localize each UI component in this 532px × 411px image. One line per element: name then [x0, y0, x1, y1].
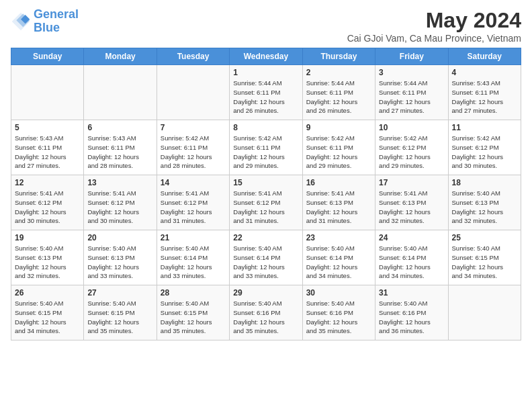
title-block: May 2024 Cai GJoi Vam, Ca Mau Province, …	[347, 8, 521, 44]
calendar-cell: 3Sunrise: 5:44 AM Sunset: 6:11 PM Daylig…	[375, 65, 448, 120]
header: General Blue May 2024 Cai GJoi Vam, Ca M…	[11, 8, 521, 44]
day-number: 13	[87, 178, 152, 187]
calendar-cell: 17Sunrise: 5:41 AM Sunset: 6:13 PM Dayli…	[375, 175, 448, 230]
day-number: 25	[452, 233, 517, 242]
day-info: Sunrise: 5:40 AM Sunset: 6:13 PM Dayligh…	[452, 189, 517, 226]
calendar-cell: 5Sunrise: 5:43 AM Sunset: 6:11 PM Daylig…	[11, 120, 84, 175]
page: General Blue May 2024 Cai GJoi Vam, Ca M…	[0, 0, 532, 411]
day-info: Sunrise: 5:41 AM Sunset: 6:12 PM Dayligh…	[87, 189, 152, 226]
day-number: 18	[452, 178, 517, 187]
calendar-cell	[84, 65, 157, 120]
week-row-4: 19Sunrise: 5:40 AM Sunset: 6:13 PM Dayli…	[11, 230, 521, 285]
week-row-1: 1Sunrise: 5:44 AM Sunset: 6:11 PM Daylig…	[11, 65, 521, 120]
calendar-cell: 2Sunrise: 5:44 AM Sunset: 6:11 PM Daylig…	[302, 65, 375, 120]
logo-text: General Blue	[34, 8, 79, 35]
calendar-cell: 22Sunrise: 5:40 AM Sunset: 6:14 PM Dayli…	[230, 230, 302, 285]
day-number: 17	[379, 178, 444, 187]
day-number: 23	[306, 233, 371, 242]
day-info: Sunrise: 5:44 AM Sunset: 6:11 PM Dayligh…	[306, 79, 371, 116]
header-saturday: Saturday	[448, 48, 521, 65]
day-info: Sunrise: 5:40 AM Sunset: 6:15 PM Dayligh…	[15, 299, 80, 336]
day-info: Sunrise: 5:41 AM Sunset: 6:12 PM Dayligh…	[15, 189, 80, 226]
calendar-cell: 19Sunrise: 5:40 AM Sunset: 6:13 PM Dayli…	[11, 230, 84, 285]
day-number: 31	[379, 288, 444, 298]
week-row-5: 26Sunrise: 5:40 AM Sunset: 6:15 PM Dayli…	[11, 285, 521, 340]
calendar-cell: 9Sunrise: 5:42 AM Sunset: 6:11 PM Daylig…	[302, 120, 375, 175]
calendar-cell: 1Sunrise: 5:44 AM Sunset: 6:11 PM Daylig…	[230, 65, 302, 120]
day-number: 14	[161, 178, 226, 187]
day-info: Sunrise: 5:40 AM Sunset: 6:14 PM Dayligh…	[306, 244, 371, 281]
day-number: 27	[87, 288, 152, 298]
day-number: 21	[161, 233, 226, 242]
day-info: Sunrise: 5:40 AM Sunset: 6:15 PM Dayligh…	[452, 244, 517, 281]
header-tuesday: Tuesday	[157, 48, 229, 65]
calendar-body: 1Sunrise: 5:44 AM Sunset: 6:11 PM Daylig…	[11, 65, 521, 340]
week-row-2: 5Sunrise: 5:43 AM Sunset: 6:11 PM Daylig…	[11, 120, 521, 175]
header-sunday: Sunday	[11, 48, 84, 65]
day-info: Sunrise: 5:42 AM Sunset: 6:12 PM Dayligh…	[379, 134, 444, 171]
day-number: 19	[15, 233, 80, 242]
calendar-cell: 31Sunrise: 5:40 AM Sunset: 6:16 PM Dayli…	[375, 285, 448, 340]
day-info: Sunrise: 5:40 AM Sunset: 6:14 PM Dayligh…	[233, 244, 298, 281]
day-number: 4	[452, 68, 517, 77]
day-number: 8	[233, 123, 298, 132]
day-number: 7	[161, 123, 226, 132]
header-wednesday: Wednesday	[230, 48, 302, 65]
calendar-cell: 18Sunrise: 5:40 AM Sunset: 6:13 PM Dayli…	[448, 175, 521, 230]
calendar-cell: 30Sunrise: 5:40 AM Sunset: 6:16 PM Dayli…	[302, 285, 375, 340]
header-monday: Monday	[84, 48, 157, 65]
calendar-cell: 4Sunrise: 5:43 AM Sunset: 6:11 PM Daylig…	[448, 65, 521, 120]
logo-icon	[11, 11, 31, 32]
week-row-3: 12Sunrise: 5:41 AM Sunset: 6:12 PM Dayli…	[11, 175, 521, 230]
calendar-cell: 29Sunrise: 5:40 AM Sunset: 6:16 PM Dayli…	[230, 285, 302, 340]
day-number: 22	[233, 233, 298, 242]
day-info: Sunrise: 5:42 AM Sunset: 6:11 PM Dayligh…	[233, 134, 298, 171]
calendar-cell: 25Sunrise: 5:40 AM Sunset: 6:15 PM Dayli…	[448, 230, 521, 285]
calendar-cell: 10Sunrise: 5:42 AM Sunset: 6:12 PM Dayli…	[375, 120, 448, 175]
day-info: Sunrise: 5:43 AM Sunset: 6:11 PM Dayligh…	[452, 79, 517, 116]
day-info: Sunrise: 5:40 AM Sunset: 6:13 PM Dayligh…	[87, 244, 152, 281]
weekday-header-row: Sunday Monday Tuesday Wednesday Thursday…	[11, 48, 521, 65]
calendar-cell: 14Sunrise: 5:41 AM Sunset: 6:12 PM Dayli…	[157, 175, 229, 230]
calendar-cell	[11, 65, 84, 120]
calendar-table: Sunday Monday Tuesday Wednesday Thursday…	[11, 48, 521, 340]
day-number: 26	[15, 288, 80, 298]
day-number: 5	[15, 123, 80, 132]
calendar-cell: 7Sunrise: 5:42 AM Sunset: 6:11 PM Daylig…	[157, 120, 229, 175]
day-info: Sunrise: 5:43 AM Sunset: 6:11 PM Dayligh…	[87, 134, 152, 171]
day-number: 11	[452, 123, 517, 132]
calendar-cell: 6Sunrise: 5:43 AM Sunset: 6:11 PM Daylig…	[84, 120, 157, 175]
main-title: May 2024	[347, 8, 521, 33]
calendar-cell: 20Sunrise: 5:40 AM Sunset: 6:13 PM Dayli…	[84, 230, 157, 285]
day-number: 2	[306, 68, 371, 77]
day-info: Sunrise: 5:40 AM Sunset: 6:15 PM Dayligh…	[87, 299, 152, 336]
day-info: Sunrise: 5:44 AM Sunset: 6:11 PM Dayligh…	[379, 79, 444, 116]
day-info: Sunrise: 5:40 AM Sunset: 6:15 PM Dayligh…	[161, 299, 226, 336]
logo-blue: Blue	[34, 21, 79, 35]
calendar-header: Sunday Monday Tuesday Wednesday Thursday…	[11, 48, 521, 65]
calendar-cell: 13Sunrise: 5:41 AM Sunset: 6:12 PM Dayli…	[84, 175, 157, 230]
header-thursday: Thursday	[302, 48, 375, 65]
day-info: Sunrise: 5:40 AM Sunset: 6:13 PM Dayligh…	[15, 244, 80, 281]
calendar-cell: 23Sunrise: 5:40 AM Sunset: 6:14 PM Dayli…	[302, 230, 375, 285]
subtitle: Cai GJoi Vam, Ca Mau Province, Vietnam	[347, 33, 521, 44]
day-number: 20	[87, 233, 152, 242]
day-info: Sunrise: 5:41 AM Sunset: 6:12 PM Dayligh…	[161, 189, 226, 226]
day-number: 15	[233, 178, 298, 187]
calendar-cell: 27Sunrise: 5:40 AM Sunset: 6:15 PM Dayli…	[84, 285, 157, 340]
day-info: Sunrise: 5:42 AM Sunset: 6:11 PM Dayligh…	[161, 134, 226, 171]
day-info: Sunrise: 5:41 AM Sunset: 6:12 PM Dayligh…	[233, 189, 298, 226]
day-info: Sunrise: 5:41 AM Sunset: 6:13 PM Dayligh…	[379, 189, 444, 226]
header-friday: Friday	[375, 48, 448, 65]
day-number: 1	[233, 68, 298, 77]
calendar-cell: 26Sunrise: 5:40 AM Sunset: 6:15 PM Dayli…	[11, 285, 84, 340]
calendar-cell: 24Sunrise: 5:40 AM Sunset: 6:14 PM Dayli…	[375, 230, 448, 285]
logo: General Blue	[11, 8, 79, 35]
day-info: Sunrise: 5:44 AM Sunset: 6:11 PM Dayligh…	[233, 79, 298, 116]
day-info: Sunrise: 5:42 AM Sunset: 6:12 PM Dayligh…	[452, 134, 517, 171]
day-number: 28	[161, 288, 226, 298]
day-number: 29	[233, 288, 298, 298]
calendar-cell: 15Sunrise: 5:41 AM Sunset: 6:12 PM Dayli…	[230, 175, 302, 230]
logo-general: General	[34, 7, 79, 21]
day-number: 6	[87, 123, 152, 132]
